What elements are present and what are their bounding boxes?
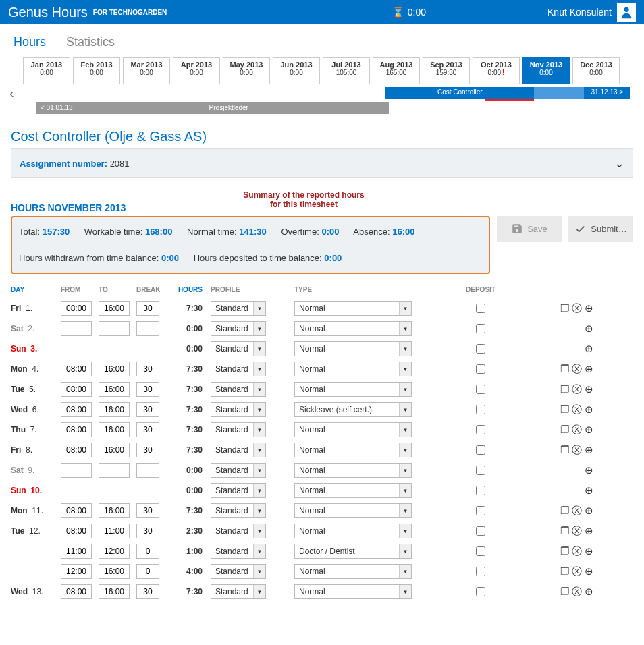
delete-icon[interactable]: ⓧ [571, 526, 582, 536]
deposit-checkbox[interactable] [476, 506, 485, 515]
type-select[interactable]: Sickleave (self cert.)▼ [294, 402, 412, 417]
to-input[interactable] [99, 443, 130, 457]
add-icon[interactable]: ⊕ [583, 526, 594, 536]
from-input[interactable] [61, 422, 92, 437]
profile-select[interactable]: Standard▼ [211, 341, 266, 356]
copy-icon[interactable]: ❐ [559, 303, 570, 314]
to-input[interactable] [99, 544, 130, 559]
copy-icon[interactable]: ❐ [559, 424, 570, 435]
break-input[interactable] [136, 443, 159, 457]
save-button[interactable]: Save [497, 216, 562, 242]
profile-select[interactable]: Standard▼ [211, 544, 266, 559]
type-select[interactable]: Normal▼ [294, 382, 412, 397]
type-select[interactable]: Normal▼ [294, 584, 412, 599]
profile-select[interactable]: Standard▼ [211, 402, 266, 417]
from-input[interactable] [61, 564, 92, 579]
from-input[interactable] [61, 503, 92, 518]
delete-icon[interactable]: ⓧ [571, 303, 582, 314]
break-input[interactable] [136, 362, 159, 376]
add-icon[interactable]: ⊕ [583, 343, 594, 354]
submit-button[interactable]: Submit… [568, 216, 633, 242]
to-input[interactable] [99, 422, 130, 437]
break-input[interactable] [136, 402, 159, 417]
delete-icon[interactable]: ⓧ [571, 546, 582, 557]
break-input[interactable] [136, 321, 159, 336]
month-dec-2013[interactable]: Dec 20130:00 [572, 57, 620, 84]
profile-select[interactable]: Standard▼ [211, 503, 266, 518]
to-input[interactable] [99, 463, 130, 478]
copy-icon[interactable]: ❐ [559, 566, 570, 577]
type-select[interactable]: Normal▼ [294, 483, 412, 498]
to-input[interactable] [99, 362, 130, 376]
deposit-checkbox[interactable] [476, 304, 485, 313]
profile-select[interactable]: Standard▼ [211, 321, 266, 336]
delete-icon[interactable]: ⓧ [571, 424, 582, 435]
break-input[interactable] [136, 503, 159, 518]
type-select[interactable]: Normal▼ [294, 362, 412, 376]
expand-icon[interactable]: ⌄ [614, 156, 624, 171]
deposit-checkbox[interactable] [476, 567, 485, 576]
break-input[interactable] [136, 422, 159, 437]
deposit-checkbox[interactable] [476, 466, 485, 475]
profile-select[interactable]: Standard▼ [211, 422, 266, 437]
break-input[interactable] [136, 524, 159, 538]
months-scroll-left[interactable]: ‹ [9, 86, 14, 101]
profile-select[interactable]: Standard▼ [211, 301, 266, 316]
break-input[interactable] [136, 382, 159, 397]
deposit-checkbox[interactable] [476, 546, 485, 556]
delete-icon[interactable]: ⓧ [571, 566, 582, 577]
from-input[interactable] [61, 524, 92, 538]
to-input[interactable] [99, 564, 130, 579]
type-select[interactable]: Doctor / Dentist▼ [294, 544, 412, 559]
add-icon[interactable]: ⊕ [583, 364, 594, 374]
deposit-checkbox[interactable] [476, 526, 485, 536]
tab-statistics[interactable]: Statistics [66, 35, 115, 49]
break-input[interactable] [136, 584, 159, 599]
deposit-checkbox[interactable] [476, 344, 485, 354]
add-icon[interactable]: ⊕ [583, 485, 594, 496]
add-icon[interactable]: ⊕ [583, 424, 594, 435]
type-select[interactable]: Normal▼ [294, 503, 412, 518]
timeline-bar-cost-controller[interactable]: Cost Controller [385, 87, 534, 99]
month-jun-2013[interactable]: Jun 20130:00 [273, 57, 320, 84]
month-apr-2013[interactable]: Apr 20130:00 [173, 57, 220, 84]
copy-icon[interactable]: ❐ [559, 586, 570, 597]
add-icon[interactable]: ⊕ [583, 323, 594, 334]
month-sep-2013[interactable]: Sep 2013159:30 [423, 57, 470, 84]
timeline-bar-extension[interactable] [534, 87, 583, 99]
month-may-2013[interactable]: May 20130:00 [223, 57, 270, 84]
add-icon[interactable]: ⊕ [583, 384, 594, 395]
deposit-checkbox[interactable] [476, 445, 485, 455]
month-mar-2013[interactable]: Mar 20130:00 [123, 57, 170, 84]
add-icon[interactable]: ⊕ [583, 546, 594, 557]
break-input[interactable] [136, 564, 159, 579]
add-icon[interactable]: ⊕ [583, 586, 594, 597]
add-icon[interactable]: ⊕ [583, 566, 594, 577]
copy-icon[interactable]: ❐ [559, 445, 570, 455]
month-jan-2013[interactable]: Jan 20130:00 [23, 57, 70, 84]
copy-icon[interactable]: ❐ [559, 505, 570, 516]
copy-icon[interactable]: ❐ [559, 404, 570, 415]
type-select[interactable]: Normal▼ [294, 301, 412, 316]
profile-select[interactable]: Standard▼ [211, 443, 266, 457]
add-icon[interactable]: ⊕ [583, 465, 594, 476]
type-select[interactable]: Normal▼ [294, 422, 412, 437]
delete-icon[interactable]: ⓧ [571, 404, 582, 415]
deposit-checkbox[interactable] [476, 486, 485, 495]
break-input[interactable] [136, 544, 159, 559]
type-select[interactable]: Normal▼ [294, 341, 412, 356]
profile-select[interactable]: Standard▼ [211, 362, 266, 376]
timeline-bar-end[interactable]: 31.12.13 > [584, 87, 630, 99]
to-input[interactable] [99, 584, 130, 599]
type-select[interactable]: Normal▼ [294, 463, 412, 478]
from-input[interactable] [61, 443, 92, 457]
profile-select[interactable]: Standard▼ [211, 524, 266, 538]
copy-icon[interactable]: ❐ [559, 384, 570, 395]
add-icon[interactable]: ⊕ [583, 404, 594, 415]
from-input[interactable] [61, 584, 92, 599]
profile-select[interactable]: Standard▼ [211, 584, 266, 599]
delete-icon[interactable]: ⓧ [571, 505, 582, 516]
timer[interactable]: ⌛ 0:00 [392, 7, 426, 18]
to-input[interactable] [99, 321, 130, 336]
user-menu[interactable]: Knut Konsulent [547, 3, 636, 22]
